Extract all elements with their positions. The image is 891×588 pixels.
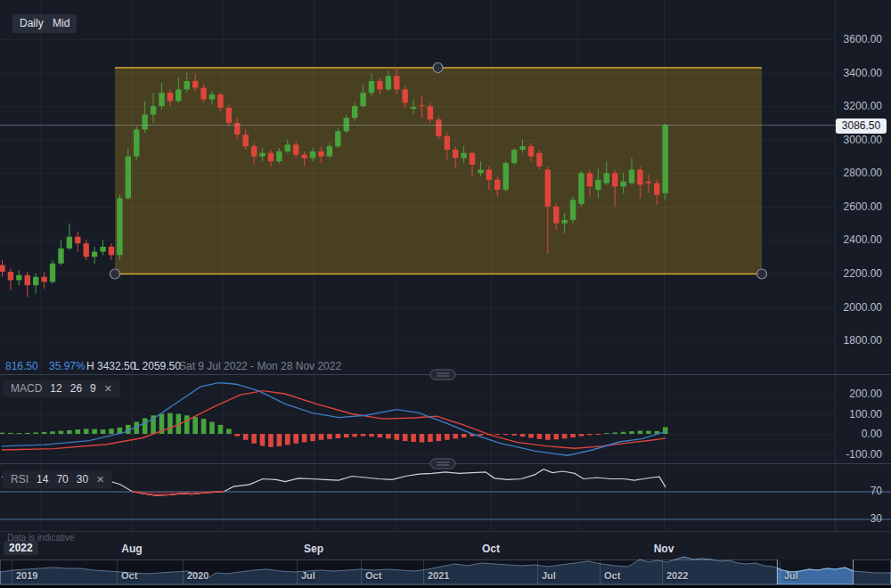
candle xyxy=(151,106,156,114)
candle xyxy=(386,76,391,89)
macd-signal-line xyxy=(2,391,666,450)
candle xyxy=(67,237,72,249)
candle xyxy=(486,170,492,180)
macd-histogram-bar xyxy=(596,434,601,435)
candle xyxy=(234,123,240,135)
macd-histogram-bar xyxy=(84,429,89,434)
price-axis-label: 2000.00 xyxy=(820,301,882,314)
candle xyxy=(519,146,525,150)
candle xyxy=(503,163,509,190)
range-change-percent: 35.97% xyxy=(49,360,86,373)
candle xyxy=(8,272,13,280)
interval-mid-button[interactable]: Mid xyxy=(45,14,77,33)
macd-histogram-bar xyxy=(352,434,357,437)
macd-histogram-bar xyxy=(612,432,617,434)
candle xyxy=(75,237,80,244)
macd-histogram-bar xyxy=(579,434,584,437)
candle xyxy=(360,93,365,106)
macd-histogram-bar xyxy=(570,434,576,437)
rsi-indicator-legend[interactable]: RSI 14 70 30 ✕ xyxy=(3,470,112,488)
candle xyxy=(276,151,282,161)
macd-histogram-bar xyxy=(168,413,173,434)
minimap-time-label: 2022 xyxy=(666,570,688,581)
candle xyxy=(134,129,139,156)
rsi-param-length: 14 xyxy=(37,473,48,486)
candle xyxy=(92,252,97,257)
macd-histogram-bar xyxy=(646,431,651,434)
minimap-time-label: 2021 xyxy=(428,570,449,581)
candle xyxy=(453,150,458,158)
candle xyxy=(394,76,399,89)
macd-histogram-bar xyxy=(503,434,509,435)
macd-histogram-bar xyxy=(17,433,22,434)
macd-histogram-bar xyxy=(192,417,198,434)
minimap-time-label: Oct xyxy=(365,570,381,581)
candle xyxy=(217,94,223,108)
candle xyxy=(126,157,131,199)
candle xyxy=(654,184,659,195)
minimap-time-label: Jul xyxy=(542,570,556,581)
minimap-time-label: Jul xyxy=(301,570,315,581)
macd-param-signal: 9 xyxy=(90,382,96,395)
candle xyxy=(58,249,63,264)
macd-histogram-bar xyxy=(336,434,341,438)
macd-param-fast: 12 xyxy=(50,382,61,395)
shape-resize-handle[interactable] xyxy=(757,269,767,279)
panel-resize-handle[interactable] xyxy=(430,459,455,469)
macd-histogram-bar xyxy=(209,422,215,435)
range-change-value: 816.50 xyxy=(5,360,38,373)
shape-resize-handle[interactable] xyxy=(433,63,443,73)
candle xyxy=(259,153,265,157)
macd-histogram-bar xyxy=(260,434,266,446)
candle xyxy=(242,135,248,146)
candle xyxy=(470,153,475,165)
candle xyxy=(117,198,122,255)
time-axis-month-label: Oct xyxy=(482,543,500,555)
candle xyxy=(536,153,542,167)
candle xyxy=(192,81,198,88)
candle xyxy=(369,81,374,93)
candle xyxy=(528,146,534,156)
macd-histogram-bar xyxy=(42,432,47,434)
candle xyxy=(587,173,593,186)
candle xyxy=(293,144,298,154)
candle xyxy=(50,264,55,282)
minimap-time-label: 2020 xyxy=(187,570,208,581)
candle xyxy=(209,94,215,100)
price-axis-label: 2800.00 xyxy=(820,167,882,179)
macd-histogram-bar xyxy=(251,434,257,444)
candle xyxy=(495,180,500,190)
chart-canvas[interactable] xyxy=(0,0,891,588)
candle xyxy=(25,275,30,285)
candle xyxy=(33,277,38,285)
minimap-time-label: 2019 xyxy=(16,570,37,581)
candle xyxy=(318,151,323,157)
macd-indicator-legend[interactable]: MACD 12 26 9 ✕ xyxy=(3,380,120,397)
candle xyxy=(545,170,551,207)
macd-histogram-bar xyxy=(511,434,517,436)
candle xyxy=(419,105,424,106)
candle xyxy=(100,247,105,252)
candle xyxy=(84,243,89,257)
time-axis-month-label: Sep xyxy=(304,543,323,555)
price-axis-label: 2400.00 xyxy=(820,233,882,246)
candle xyxy=(301,155,307,159)
candle xyxy=(428,106,433,119)
macd-histogram-bar xyxy=(437,434,442,441)
price-axis-label: 3400.00 xyxy=(820,67,882,79)
candle xyxy=(377,81,382,89)
macd-histogram-bar xyxy=(0,433,4,434)
rsi-axis-label: 30 xyxy=(820,512,882,525)
macd-close-icon[interactable]: ✕ xyxy=(104,383,112,395)
range-high-value: H 3432.50 xyxy=(86,360,135,373)
macd-histogram-bar xyxy=(302,434,307,442)
shape-resize-handle[interactable] xyxy=(110,269,120,279)
macd-histogram-bar xyxy=(562,434,568,438)
rsi-close-icon[interactable]: ✕ xyxy=(96,474,104,486)
macd-histogram-bar xyxy=(59,431,64,434)
candle xyxy=(578,173,584,204)
macd-histogram-bar xyxy=(638,430,643,434)
candle xyxy=(629,170,634,184)
macd-histogram-bar xyxy=(478,434,484,436)
candle xyxy=(268,153,274,161)
